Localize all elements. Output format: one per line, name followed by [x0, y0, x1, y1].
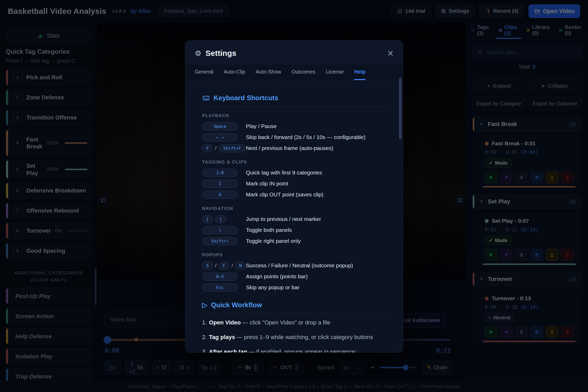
workflow-step-2: 2.Tag plays — press 1–9 while watching, … — [202, 334, 386, 341]
keycap-bracket-open: [ — [202, 215, 213, 223]
shortcut-desc: Toggle both panels — [246, 227, 292, 233]
keycap-bracket-close: ] — [215, 215, 226, 223]
tab-label: Auto-Show — [256, 69, 281, 75]
shortcut-desc: Play / Pause — [246, 123, 277, 129]
shortcut-desc: Skip any popup or bar — [246, 284, 299, 291]
keycap-space: Space — [202, 122, 238, 130]
tab-auto-show[interactable]: Auto-Show — [256, 65, 281, 80]
divider — [202, 106, 386, 106]
shortcut-row: Esc Skip any popup or bar — [202, 283, 386, 292]
step-rest: — press 1–9 while watching, or click cat… — [235, 334, 373, 340]
step-number: 2. — [202, 334, 207, 340]
shortcut-row: [ ] Jump to previous / next marker — [202, 214, 386, 224]
step-number: 3. — [202, 348, 207, 353]
shortcut-desc: Toggle right panel only — [246, 238, 301, 244]
step-rest: — if enabled, popups appear in sequence: — [247, 348, 357, 353]
keycap-esc: Esc — [202, 284, 238, 292]
keycap-0-3: 0–3 — [202, 273, 238, 281]
workflow-step-3: 3.After each tag — if enabled, popups ap… — [202, 348, 386, 353]
gear-icon: ⚙ — [195, 49, 201, 58]
keycap-f: F — [202, 144, 213, 152]
divider — [202, 313, 386, 313]
shortcut-desc: Assign points (points bar) — [246, 273, 308, 280]
workflow-steps: 1.Open Video — click "Open Video" or dro… — [202, 319, 386, 353]
section-label-navigation: NAVIGATION — [202, 206, 386, 211]
help-tab-content: Keyboard Shortcuts PLAYBACK Space Play /… — [185, 80, 403, 353]
tab-help[interactable]: Help — [354, 65, 365, 80]
workflow-step-1: 1.Open Video — click "Open Video" or dro… — [202, 319, 386, 326]
settings-modal: ⚙ Settings × General Auto-Clip Auto-Show… — [185, 40, 403, 353]
keycap-shift-backslash: Shift+\ — [202, 237, 238, 245]
settings-tabs: General Auto-Clip Auto-Show Outcomes Lic… — [185, 65, 403, 80]
step-number: 1. — [202, 319, 207, 326]
tab-license[interactable]: License — [326, 65, 344, 80]
shortcut-row: 1–9 Quick tag with first 9 categories — [202, 168, 386, 177]
close-icon[interactable]: × — [387, 48, 393, 58]
slash-separator: / — [215, 263, 216, 268]
tab-label: Auto-Clip — [224, 69, 245, 75]
shortcut-desc: Next / previous frame (auto-pauses) — [246, 145, 333, 151]
step-bold: After each tag — [209, 348, 247, 353]
keycap-backslash: \ — [202, 226, 238, 234]
keycap-s: S — [202, 262, 213, 270]
modal-title: Settings — [205, 49, 383, 58]
shortcut-row: O Mark clip OUT point (saves clip) — [202, 190, 386, 199]
keycap-arrows: ← → — [202, 133, 238, 141]
tab-label: General — [195, 69, 213, 75]
shortcut-desc: Quick tag with first 9 categories — [246, 170, 322, 176]
quick-workflow-title: Quick Workflow — [211, 301, 262, 309]
tab-label: Outcomes — [292, 69, 315, 75]
keycap-1-9: 1–9 — [202, 169, 238, 177]
tab-auto-clip[interactable]: Auto-Clip — [224, 65, 245, 80]
shortcut-row: S / F / N Success / Failure / Neutral (o… — [202, 261, 386, 270]
keyboard-icon — [202, 94, 210, 102]
shortcut-desc: Success / Failure / Neutral (outcome pop… — [246, 262, 353, 269]
shortcut-desc: Jump to previous / next marker — [246, 216, 321, 222]
keyboard-shortcuts-title: Keyboard Shortcuts — [214, 94, 278, 102]
keycap-n: N — [235, 262, 246, 270]
step-rest: — click "Open Video" or drop a file — [241, 319, 330, 326]
modal-header: ⚙ Settings × — [185, 41, 403, 65]
modal-scrollbar[interactable] — [399, 78, 402, 139]
slash-separator: / — [232, 263, 233, 268]
tab-label: Help — [354, 69, 365, 75]
tab-outcomes[interactable]: Outcomes — [292, 65, 315, 80]
shortcut-row: 0–3 Assign points (points bar) — [202, 272, 386, 281]
shortcut-desc: Skip back / forward (2s / 5s / 10s — con… — [246, 134, 366, 140]
step-bold: Tag plays — [209, 334, 235, 340]
keycap-shift-f: Shift+F — [219, 144, 246, 152]
keycap-o: O — [202, 191, 238, 199]
shortcut-row: Shift+\ Toggle right panel only — [202, 236, 386, 246]
tab-general[interactable]: General — [195, 65, 213, 80]
shortcut-row: ← → Skip back / forward (2s / 5s / 10s —… — [202, 132, 386, 142]
step-bold: Open Video — [209, 319, 241, 326]
section-label-popups: POPUPS — [202, 252, 386, 258]
quick-workflow-heading: ▷ Quick Workflow — [202, 301, 386, 309]
keycap-i: I — [202, 180, 238, 188]
section-label-tagging: TAGGING & CLIPS — [202, 160, 386, 165]
shortcut-desc: Mark clip IN point — [246, 180, 288, 187]
section-label-playback: PLAYBACK — [202, 113, 386, 118]
tab-label: License — [326, 69, 344, 75]
shortcut-row: Space Play / Pause — [202, 122, 386, 131]
keyboard-shortcuts-heading: Keyboard Shortcuts — [202, 94, 386, 102]
keycap-f: F — [219, 262, 229, 270]
shortcut-row: F / Shift+F Next / previous frame (auto-… — [202, 143, 386, 153]
workflow-play-icon: ▷ — [202, 301, 207, 309]
shortcut-desc: Mark clip OUT point (saves clip) — [246, 191, 323, 198]
slash-separator: / — [215, 145, 216, 151]
shortcut-row: I Mark clip IN point — [202, 179, 386, 188]
app-root: Basketball Video Analysis v4.8.0 by Alla… — [0, 0, 588, 392]
shortcut-row: \ Toggle both panels — [202, 225, 386, 235]
